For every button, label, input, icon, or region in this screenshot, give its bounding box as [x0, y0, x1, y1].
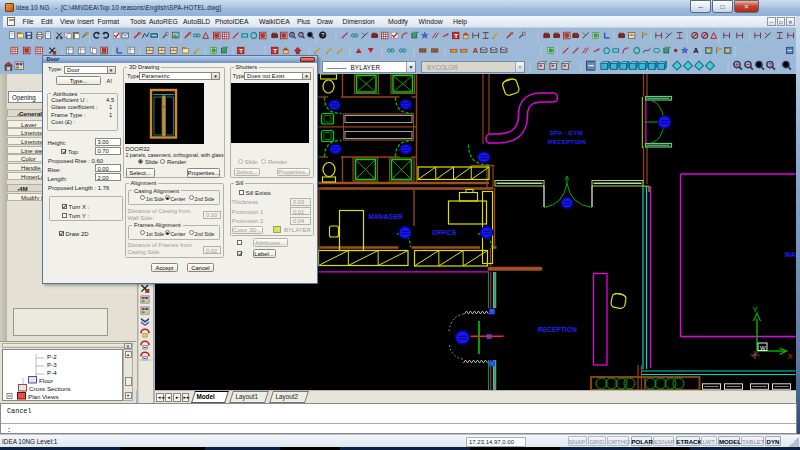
svg-text:?: ?: [768, 61, 772, 67]
svg-text:SPA - GYM: SPA - GYM: [549, 129, 582, 136]
svg-text:?: ?: [321, 32, 324, 38]
svg-text:W: W: [760, 345, 766, 351]
svg-text:WAI: WAI: [784, 251, 796, 258]
svg-text:T: T: [239, 47, 243, 54]
svg-text:T: T: [273, 47, 277, 54]
svg-text:RECEPTION: RECEPTION: [538, 326, 577, 333]
svg-text:T: T: [454, 32, 458, 39]
svg-text:RECEPTION: RECEPTION: [548, 138, 586, 145]
svg-text:MANAGER: MANAGER: [368, 213, 403, 220]
svg-text:A: A: [473, 46, 479, 55]
svg-text:A: A: [693, 46, 699, 55]
svg-text:X: X: [787, 352, 793, 361]
svg-text:Y: Y: [752, 305, 758, 314]
svg-text:OFFICE: OFFICE: [432, 229, 457, 236]
